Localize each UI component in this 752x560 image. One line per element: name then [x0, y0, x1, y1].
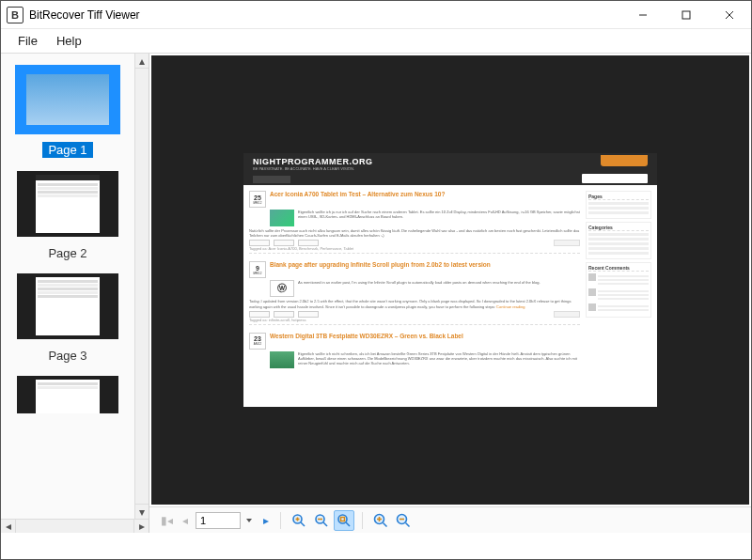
- close-button[interactable]: [708, 1, 751, 28]
- viewer-toolbar: ▮◂ ◂ 1 ▸: [149, 506, 751, 533]
- thumbnail-page-2[interactable]: Page 2: [1, 163, 134, 266]
- menu-file[interactable]: File: [8, 30, 47, 52]
- svg-point-11: [338, 515, 347, 523]
- document-page: NIGHTPROGRAMMER.ORG BE PASSIONATE. BE AC…: [243, 153, 657, 407]
- thumbnail-page-4[interactable]: [1, 368, 134, 419]
- minimize-button[interactable]: [621, 1, 665, 28]
- thumbnail-label: Page 2: [48, 246, 86, 260]
- sidebar-horizontal-scrollbar[interactable]: ◂ ▸: [1, 519, 149, 533]
- next-page-button[interactable]: ▸: [259, 514, 273, 527]
- zoom-in-button[interactable]: [370, 510, 391, 531]
- first-page-button[interactable]: ▮◂: [157, 514, 177, 527]
- prev-page-button[interactable]: ◂: [179, 514, 192, 527]
- doc-site-subtitle: BE PASSIONATE. BE ACCURATE. HAVE A CLEAR…: [253, 166, 648, 171]
- app-icon: B: [7, 7, 24, 23]
- zoom-out-button[interactable]: [393, 510, 414, 531]
- scroll-up-icon[interactable]: ▴: [135, 54, 149, 69]
- titlebar: B BitRecover Tiff Viewer: [1, 1, 751, 29]
- thumbnail-page-3[interactable]: Page 3: [1, 266, 134, 368]
- maximize-button[interactable]: [665, 1, 708, 28]
- window-title: BitRecover Tiff Viewer: [29, 8, 621, 22]
- thumbnail-label: Page 3: [48, 349, 86, 363]
- svg-rect-1: [682, 11, 690, 19]
- doc-post-title: Blank page after upgrading Infinite Scro…: [270, 261, 580, 268]
- doc-site-title: NIGHTPROGRAMMER.ORG: [253, 157, 648, 166]
- scroll-down-icon[interactable]: ▾: [135, 504, 149, 519]
- scroll-left-icon[interactable]: ◂: [1, 520, 16, 533]
- viewer-canvas[interactable]: NIGHTPROGRAMMER.ORG BE PASSIONATE. BE AC…: [151, 55, 749, 505]
- page-number-input[interactable]: 1: [196, 512, 241, 529]
- fit-page-button[interactable]: [334, 510, 354, 531]
- svg-line-15: [384, 522, 387, 526]
- page-dropdown-icon[interactable]: [246, 519, 252, 522]
- thumbnail-sidebar: Page 1: [1, 54, 149, 533]
- svg-line-9: [323, 522, 327, 526]
- menu-help[interactable]: Help: [47, 30, 91, 52]
- scroll-right-icon[interactable]: ▸: [133, 520, 149, 533]
- svg-line-5: [301, 522, 305, 526]
- sidebar-vertical-scrollbar[interactable]: ▴ ▾: [134, 54, 149, 519]
- svg-line-12: [346, 522, 350, 526]
- thumbnail-page-1[interactable]: Page 1: [1, 59, 134, 163]
- menubar: File Help: [1, 29, 751, 54]
- zoom-actual-button[interactable]: [289, 510, 309, 531]
- doc-post-title: Western Digital 3TB Festplatte WD30EZRX …: [270, 333, 580, 339]
- thumbnail-label: Page 1: [42, 142, 92, 158]
- svg-line-19: [406, 522, 410, 526]
- fit-width-button[interactable]: [311, 510, 332, 531]
- doc-post-title: Acer Iconia A700 Tablet im Test – Altern…: [270, 191, 580, 197]
